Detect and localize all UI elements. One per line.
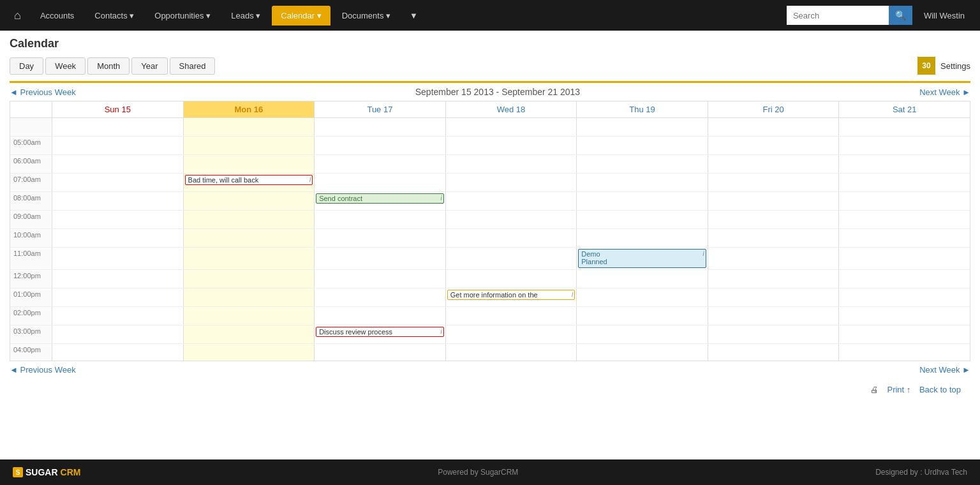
day-cell-thu-1200[interactable] (576, 270, 708, 288)
day-cell-tue-1200[interactable] (314, 270, 445, 288)
day-cell-thu-1400[interactable] (576, 307, 708, 325)
tab-day[interactable]: Day (10, 57, 43, 75)
event-info-icon[interactable]: i (572, 291, 573, 298)
day-cell-tue-0700[interactable] (314, 174, 445, 191)
day-cell-fri-0700[interactable] (708, 174, 839, 191)
day-cell-sat-0700[interactable] (838, 174, 970, 191)
day-cell-fri-1300[interactable] (708, 288, 839, 306)
event-bad-time[interactable]: Bad time, will call back i (185, 175, 313, 185)
nav-more-dropdown[interactable]: ▼ (402, 6, 426, 26)
back-to-top-link[interactable]: Back to top (919, 385, 961, 394)
day-cell-tue-1000[interactable] (314, 229, 445, 247)
day-cell-sun-1300[interactable] (52, 288, 183, 306)
day-cell-wed-0500[interactable] (445, 137, 577, 154)
day-cell-sat-0500[interactable] (838, 137, 970, 154)
event-send-contract[interactable]: Send contract i (316, 193, 444, 204)
day-cell-mon-1600[interactable] (183, 344, 315, 361)
day-cell-sat-1100[interactable] (838, 248, 970, 269)
print-link[interactable]: Print (887, 385, 904, 394)
day-cell-thu-1600[interactable] (576, 344, 708, 361)
day-cell-thu-1500[interactable] (576, 325, 708, 343)
day-cell-sat-0800[interactable] (838, 192, 970, 210)
day-cell-tue-0800[interactable]: Send contract i (314, 192, 445, 210)
day-cell-sun-1000[interactable] (52, 229, 183, 247)
day-cell-thu-0900[interactable] (576, 211, 708, 228)
day-cell-mon-0500[interactable] (183, 137, 315, 154)
tab-year[interactable]: Year (131, 57, 167, 75)
bottom-prev-week-link[interactable]: ◄ Previous Week (10, 365, 76, 375)
day-cell-mon-1100[interactable] (183, 248, 315, 269)
day-cell-thu-1000[interactable] (576, 229, 708, 247)
next-week-link[interactable]: Next Week ► (919, 87, 970, 97)
day-cell-thu-0500[interactable] (576, 137, 708, 154)
day-cell-mon-1400[interactable] (183, 307, 315, 325)
day-cell-sun-0600[interactable] (52, 155, 183, 173)
day-cell-tue-0500[interactable] (314, 137, 445, 154)
event-info-icon[interactable]: i (703, 250, 704, 257)
day-cell-mon-1300[interactable] (183, 288, 315, 306)
tab-shared[interactable]: Shared (170, 57, 216, 75)
nav-leads[interactable]: Leads ▾ (222, 6, 269, 26)
day-cell-sat-1500[interactable] (838, 325, 970, 343)
day-cell-fri-1100[interactable] (708, 248, 839, 269)
day-cell-fri-1200[interactable] (708, 270, 839, 288)
day-cell-tue-1400[interactable] (314, 307, 445, 325)
nav-calendar[interactable]: Calendar ▾ (272, 6, 330, 26)
nav-accounts[interactable]: Accounts (31, 6, 83, 26)
day-cell-tue-0600[interactable] (314, 155, 445, 173)
nav-contacts[interactable]: Contacts ▾ (85, 6, 143, 26)
search-input[interactable] (787, 6, 889, 25)
day-cell-wed-1300[interactable]: Get more information on the i (445, 288, 577, 306)
event-info-icon[interactable]: i (309, 176, 311, 183)
day-cell-wed-1500[interactable] (445, 325, 577, 343)
day-cell-fri-1000[interactable] (708, 229, 839, 247)
event-demo[interactable]: Demo Plannedi (578, 249, 706, 268)
day-cell-sun-1200[interactable] (52, 270, 183, 288)
day-cell-sun-1600[interactable] (52, 344, 183, 361)
day-cell-fri-1500[interactable] (708, 325, 839, 343)
day-cell-tue-1600[interactable] (314, 344, 445, 361)
day-cell-mon-1000[interactable] (183, 229, 315, 247)
day-cell-wed-1600[interactable] (445, 344, 577, 361)
day-cell-mon-0700[interactable]: Bad time, will call back i (183, 174, 315, 191)
day-cell-mon-0900[interactable] (183, 211, 315, 228)
settings-link[interactable]: Settings (940, 61, 970, 71)
home-icon[interactable]: ⌂ (6, 4, 29, 27)
calendar-icon[interactable]: 30 (917, 57, 935, 75)
nav-opportunities[interactable]: Opportunities ▾ (145, 6, 219, 26)
day-cell-wed-0700[interactable] (445, 174, 577, 191)
day-cell-sat-1200[interactable] (838, 270, 970, 288)
day-cell-mon-0600[interactable] (183, 155, 315, 173)
prev-week-link[interactable]: ◄ Previous Week (10, 87, 76, 97)
day-cell-wed-1200[interactable] (445, 270, 577, 288)
day-cell-thu-0700[interactable] (576, 174, 708, 191)
day-cell-sun-0700[interactable] (52, 174, 183, 191)
search-button[interactable]: 🔍 (889, 6, 912, 25)
day-cell-fri-0900[interactable] (708, 211, 839, 228)
day-cell-mon-1200[interactable] (183, 270, 315, 288)
day-cell-fri-1600[interactable] (708, 344, 839, 361)
user-menu[interactable]: Will Westin (915, 6, 974, 26)
day-cell-thu-0600[interactable] (576, 155, 708, 173)
event-discuss-review[interactable]: Discuss review process i (316, 327, 444, 337)
day-cell-wed-0800[interactable] (445, 192, 577, 210)
day-cell-wed-1400[interactable] (445, 307, 577, 325)
day-cell-wed-0600[interactable] (445, 155, 577, 173)
event-info-icon[interactable]: i (440, 195, 442, 202)
day-cell-tue-0900[interactable] (314, 211, 445, 228)
day-cell-sat-1000[interactable] (838, 229, 970, 247)
day-cell-sun-0500[interactable] (52, 137, 183, 154)
day-cell-fri-1400[interactable] (708, 307, 839, 325)
tab-week[interactable]: Week (45, 57, 85, 75)
day-cell-sun-1500[interactable] (52, 325, 183, 343)
day-cell-thu-1100[interactable]: Demo Plannedi (576, 248, 708, 269)
day-cell-mon-1500[interactable] (183, 325, 315, 343)
day-cell-wed-1100[interactable] (445, 248, 577, 269)
day-cell-tue-1300[interactable] (314, 288, 445, 306)
day-cell-sat-0900[interactable] (838, 211, 970, 228)
day-cell-wed-1000[interactable] (445, 229, 577, 247)
tab-month[interactable]: Month (87, 57, 130, 75)
day-cell-sat-1400[interactable] (838, 307, 970, 325)
day-cell-tue-1100[interactable] (314, 248, 445, 269)
day-cell-sun-1400[interactable] (52, 307, 183, 325)
